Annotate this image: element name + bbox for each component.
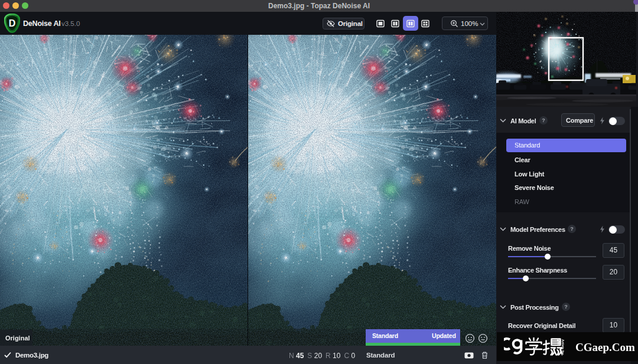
svg-text:D: D bbox=[9, 18, 16, 28]
